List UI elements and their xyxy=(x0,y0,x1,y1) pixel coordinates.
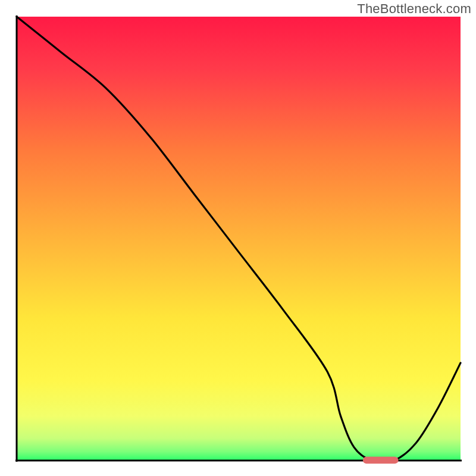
optimal-marker xyxy=(363,456,399,464)
plot-background xyxy=(17,17,461,461)
watermark-text: TheBottleneck.com xyxy=(357,1,471,17)
chart-container: TheBottleneck.com xyxy=(0,0,476,476)
bottleneck-chart xyxy=(0,0,476,476)
